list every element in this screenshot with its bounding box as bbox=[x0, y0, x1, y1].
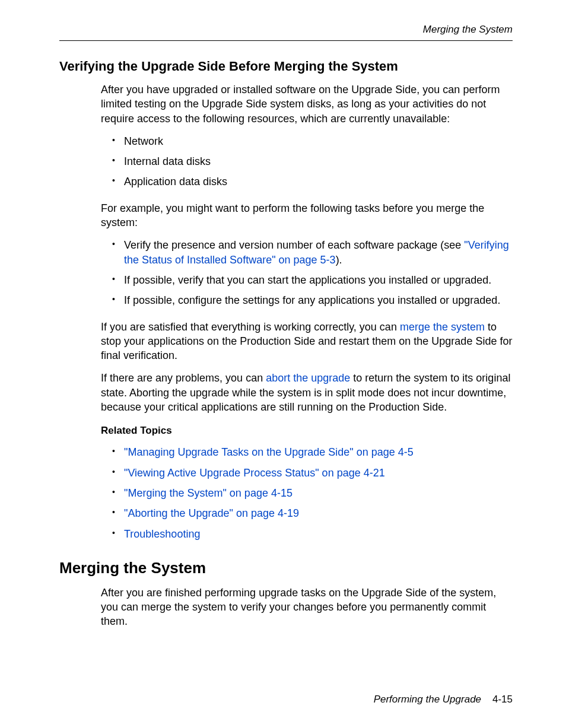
cross-ref-link[interactable]: "Merging the System" on page 4-15 bbox=[124, 487, 292, 499]
list-item: Application data disks bbox=[110, 174, 513, 189]
list-item: "Aborting the Upgrade" on page 4-19 bbox=[110, 506, 513, 520]
cross-ref-link[interactable]: "Managing Upgrade Tasks on the Upgrade S… bbox=[124, 446, 414, 458]
cross-ref-link[interactable]: "Viewing Active Upgrade Process Status" … bbox=[124, 467, 385, 479]
list-item: If possible, configure the settings for … bbox=[110, 293, 513, 307]
list-item: Verify the presence and version number o… bbox=[110, 238, 513, 267]
list-item: "Merging the System" on page 4-15 bbox=[110, 486, 513, 500]
cross-ref-link[interactable]: "Aborting the Upgrade" on page 4-19 bbox=[124, 507, 299, 519]
section-heading-merging: Merging the System bbox=[59, 559, 513, 577]
page-footer: Performing the Upgrade 4-15 bbox=[374, 694, 513, 705]
list-item: "Managing Upgrade Tasks on the Upgrade S… bbox=[110, 445, 513, 459]
text: If you are satisfied that everything is … bbox=[101, 321, 400, 333]
related-topics-list: "Managing Upgrade Tasks on the Upgrade S… bbox=[110, 445, 513, 541]
list-item: Network bbox=[110, 134, 513, 148]
text: ). bbox=[336, 254, 342, 266]
related-topics-heading: Related Topics bbox=[101, 425, 513, 437]
header-rule bbox=[59, 40, 513, 41]
list-item: "Viewing Active Upgrade Process Status" … bbox=[110, 466, 513, 480]
running-header: Merging the System bbox=[59, 24, 513, 36]
text: Verify the presence and version number o… bbox=[124, 239, 464, 251]
paragraph: After you are finished performing upgrad… bbox=[101, 586, 513, 629]
paragraph: If there are any problems, you can abort… bbox=[101, 371, 513, 414]
cross-ref-link[interactable]: abort the upgrade bbox=[266, 372, 350, 384]
paragraph: For example, you might want to perform t… bbox=[101, 201, 513, 230]
footer-page-number: 4-15 bbox=[492, 694, 513, 705]
cross-ref-link[interactable]: Troubleshooting bbox=[124, 528, 200, 540]
list-item: Troubleshooting bbox=[110, 527, 513, 541]
list-item: Internal data disks bbox=[110, 154, 513, 169]
list-item: If possible, verify that you can start t… bbox=[110, 273, 513, 287]
paragraph: If you are satisfied that everything is … bbox=[101, 320, 513, 363]
paragraph: After you have upgraded or installed sof… bbox=[101, 82, 513, 126]
section-heading-verifying: Verifying the Upgrade Side Before Mergin… bbox=[59, 59, 513, 74]
footer-chapter-title: Performing the Upgrade bbox=[374, 694, 481, 705]
text: If there are any problems, you can bbox=[101, 372, 266, 384]
tasks-list: Verify the presence and version number o… bbox=[110, 238, 513, 307]
resource-list: Network Internal data disks Application … bbox=[110, 134, 513, 189]
cross-ref-link[interactable]: merge the system bbox=[400, 321, 485, 333]
